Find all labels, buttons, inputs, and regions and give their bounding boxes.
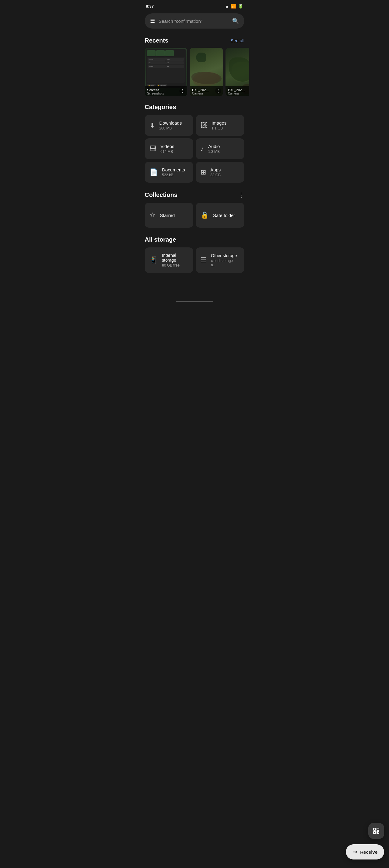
cat-documents: Documents [148, 65, 166, 68]
signal-icon: 📶 [231, 4, 236, 8]
recents-title: Recents [145, 37, 168, 44]
cat-apps: Apps [166, 65, 184, 68]
downloads-size: 266 MB [159, 126, 182, 130]
collections-header: Collections ⋮ [145, 191, 244, 198]
collection-starred[interactable]: ☆ Starred [145, 203, 193, 228]
images-icon: 🖼 [201, 122, 207, 129]
mini-thumb-1 [147, 50, 156, 56]
categories-section: Categories ⬇ Downloads 266 MB 🖼 Images 1… [140, 104, 249, 183]
recents-header: Recents See all [140, 35, 249, 48]
category-documents[interactable]: 📄 Documents 522 kB [145, 162, 193, 183]
category-audio-info: Audio 1.3 MB [208, 144, 220, 154]
videos-size: 614 MB [160, 150, 174, 154]
menu-icon[interactable]: ☰ [150, 18, 155, 24]
category-videos[interactable]: 🎞 Videos 614 MB [145, 138, 193, 159]
collections-more-button[interactable]: ⋮ [238, 191, 244, 198]
apps-icon: ⊞ [201, 168, 206, 176]
search-input[interactable]: Search "confirmation" [159, 19, 229, 24]
internal-storage-info: Internal storage 80 GB free [162, 253, 188, 268]
collection-safe-folder[interactable]: 🔒 Safe folder [196, 203, 244, 228]
screenshot-categories: Downloads Images Videos Audio Documents … [147, 57, 185, 83]
wifi-icon: ▲ [225, 4, 229, 8]
cat-audio: Audio [166, 61, 184, 64]
storage-title: All storage [145, 236, 244, 243]
starred-name: Starred [160, 213, 175, 218]
recent-item-screenshot[interactable]: Downloads Images Videos Audio Documents … [145, 48, 187, 96]
mini-thumb-2 [156, 50, 165, 56]
category-documents-info: Documents 522 kB [162, 167, 185, 177]
search-icon[interactable]: 🔍 [232, 18, 239, 24]
other-storage-icon: ☰ [201, 256, 207, 264]
mini-thumb-3 [165, 50, 174, 56]
other-storage-sub: cloud storage a… [211, 259, 239, 267]
lock-icon: 🔒 [201, 211, 209, 219]
audio-icon: ♪ [201, 145, 204, 153]
see-all-button[interactable]: See all [230, 38, 244, 43]
audio-size: 1.3 MB [208, 150, 220, 154]
internal-storage-sub: 80 GB free [162, 263, 188, 268]
bottom-indicator [140, 300, 249, 306]
cat-row-1: Downloads Images [148, 58, 184, 61]
audio-name: Audio [208, 144, 220, 149]
storage-grid: 📱 Internal storage 80 GB free ☰ Other st… [145, 247, 244, 273]
recent-label-pxl2: PXL_202… Camera [226, 86, 249, 96]
category-images[interactable]: 🖼 Images 1.1 GB [196, 115, 244, 136]
safe-folder-name: Safe folder [213, 213, 235, 218]
videos-name: Videos [160, 144, 174, 149]
images-name: Images [212, 120, 226, 126]
documents-size: 522 kB [162, 173, 185, 177]
documents-icon: 📄 [150, 168, 158, 176]
collections-section: Collections ⋮ ☆ Starred 🔒 Safe folder [140, 185, 249, 230]
category-apps[interactable]: ⊞ Apps 33 GB [196, 162, 244, 183]
categories-title: Categories [145, 104, 244, 111]
category-videos-info: Videos 614 MB [160, 144, 174, 154]
recent-item-pxl1[interactable]: PXL_202… Camera ⋮ [190, 48, 223, 96]
apps-name: Apps [210, 167, 221, 172]
category-apps-info: Apps 33 GB [210, 167, 221, 177]
other-storage-card[interactable]: ☰ Other storage cloud storage a… [196, 247, 244, 273]
category-downloads-info: Downloads 266 MB [159, 120, 182, 130]
all-storage-section: All storage 📱 Internal storage 80 GB fre… [140, 230, 249, 275]
cat-row-2: Videos Audio [148, 61, 184, 64]
cat-downloads: Downloads [148, 58, 166, 61]
recent-more-button-1[interactable]: ⋮ [179, 88, 185, 94]
other-storage-name: Other storage [211, 253, 239, 258]
recent-name-3: PXL_202… [228, 88, 249, 92]
recent-sub-1: Screenshots [147, 92, 185, 95]
status-icons: ▲ 📶 🔋 [225, 4, 243, 8]
downloads-name: Downloads [159, 120, 182, 126]
collections-title: Collections [145, 191, 177, 198]
internal-storage-name: Internal storage [162, 253, 188, 262]
category-audio[interactable]: ♪ Audio 1.3 MB [196, 138, 244, 159]
categories-grid: ⬇ Downloads 266 MB 🖼 Images 1.1 GB 🎞 Vid… [145, 115, 244, 183]
downloads-icon: ⬇ [150, 122, 155, 129]
recent-sub-3: Camera [228, 92, 249, 95]
category-images-info: Images 1.1 GB [212, 120, 226, 130]
recent-more-button-2[interactable]: ⋮ [215, 88, 221, 94]
status-bar: 8:37 ▲ 📶 🔋 [140, 0, 249, 11]
recents-carousel: Downloads Images Videos Audio Documents … [140, 48, 249, 104]
apps-size: 33 GB [210, 173, 221, 177]
internal-storage-card[interactable]: 📱 Internal storage 80 GB free [145, 247, 193, 273]
cat-row-3: Documents Apps [148, 65, 184, 68]
cat-images: Images [166, 58, 184, 61]
cat-videos: Videos [148, 61, 166, 64]
collections-grid: ☆ Starred 🔒 Safe folder [145, 203, 244, 228]
images-size: 1.1 GB [212, 126, 226, 130]
screenshot-inner: Downloads Images Videos Audio Documents … [146, 49, 186, 88]
other-storage-info: Other storage cloud storage a… [211, 253, 239, 267]
recent-item-pxl2[interactable]: PXL_202… Camera ⋮ [226, 48, 249, 96]
status-time: 8:37 [146, 4, 154, 8]
category-downloads[interactable]: ⬇ Downloads 266 MB [145, 115, 193, 136]
search-bar[interactable]: ☰ Search "confirmation" 🔍 [145, 13, 244, 29]
documents-name: Documents [162, 167, 185, 172]
nav-pill [176, 301, 213, 302]
starred-icon: ☆ [150, 211, 156, 219]
screenshot-row [147, 50, 185, 56]
videos-icon: 🎞 [150, 145, 156, 153]
battery-icon: 🔋 [238, 4, 243, 8]
internal-storage-icon: 📱 [150, 256, 158, 264]
